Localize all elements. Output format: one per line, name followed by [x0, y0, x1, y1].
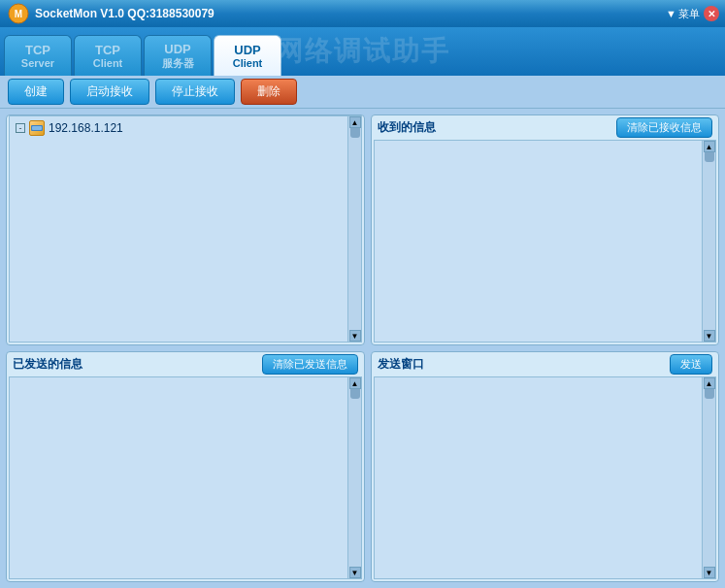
- send-window-scrollbar[interactable]: ▲ ▼: [702, 377, 715, 578]
- received-panel: 收到的信息 清除已接收信息 ▲ ▼: [371, 114, 719, 345]
- tree-item[interactable]: - 192.168.1.121: [10, 116, 361, 140]
- sent-scroll-up[interactable]: ▲: [349, 377, 361, 389]
- send-window-panel: 发送窗口 发送 ▲ ▼: [371, 351, 719, 582]
- received-scroll-up[interactable]: ▲: [704, 141, 715, 152]
- tab-tcp-server-bot: Server: [21, 57, 54, 69]
- close-button[interactable]: ✕: [704, 6, 719, 21]
- sent-panel-header: 已发送的信息 清除已发送信息: [7, 352, 364, 376]
- sent-scroll-down[interactable]: ▼: [349, 567, 361, 578]
- svg-rect-3: [32, 126, 42, 130]
- clear-received-button[interactable]: 清除已接收信息: [616, 117, 712, 138]
- menu-button[interactable]: ▼ 菜单: [666, 7, 700, 21]
- connections-scrollbar[interactable]: ▲ ▼: [347, 116, 361, 342]
- connection-icon: [29, 120, 45, 136]
- sent-content[interactable]: ▲ ▼: [9, 376, 362, 579]
- tree-expand-icon[interactable]: -: [16, 123, 25, 133]
- titlebar-controls: ▼ 菜单 ✕: [666, 6, 719, 21]
- create-button[interactable]: 创建: [8, 79, 64, 105]
- connections-content: - 192.168.1.121 ▲ ▼: [9, 115, 362, 343]
- ip-address: 192.168.1.121: [49, 121, 123, 135]
- scroll-up-arrow[interactable]: ▲: [349, 116, 361, 128]
- start-recv-button[interactable]: 启动接收: [70, 79, 149, 105]
- send-button[interactable]: 发送: [670, 354, 712, 375]
- scroll-down-arrow[interactable]: ▼: [349, 330, 361, 342]
- svg-text:M: M: [15, 9, 22, 19]
- toolbar: 创建 启动接收 停止接收 删除: [0, 76, 725, 109]
- tab-udp-client[interactable]: UDP Client: [214, 35, 281, 76]
- tab-udp-server-bot: 服务器: [162, 56, 194, 71]
- received-content[interactable]: ▲ ▼: [374, 140, 716, 343]
- sent-panel: 已发送的信息 清除已发送信息 ▲ ▼: [6, 351, 365, 582]
- received-panel-header: 收到的信息 清除已接收信息: [372, 115, 718, 140]
- tab-tcp-client-top: TCP: [95, 43, 120, 57]
- send-window-header: 发送窗口 发送: [372, 352, 718, 376]
- tab-udp-server[interactable]: UDP 服务器: [144, 35, 212, 76]
- stop-recv-button[interactable]: 停止接收: [155, 79, 235, 105]
- tab-tcp-client[interactable]: TCP Client: [74, 35, 142, 76]
- main-area: - 192.168.1.121 ▲ ▼ 收到的信息 清除已接收信息: [0, 109, 725, 588]
- app-title: SocketMon V1.0 QQ:3188530079: [35, 7, 214, 20]
- received-label: 收到的信息: [378, 119, 436, 136]
- app-logo: M: [8, 3, 29, 24]
- clear-sent-button[interactable]: 清除已发送信息: [262, 354, 358, 375]
- tab-udp-client-bot: Client: [233, 57, 263, 69]
- menu-label: 菜单: [678, 7, 700, 21]
- send-scroll-down[interactable]: ▼: [704, 567, 715, 578]
- send-window-content[interactable]: ▲ ▼: [374, 376, 716, 579]
- tab-tcp-server[interactable]: TCP Server: [4, 35, 72, 76]
- sent-scrollbar[interactable]: ▲ ▼: [347, 377, 361, 578]
- tab-udp-server-top: UDP: [164, 42, 190, 56]
- connections-panel: - 192.168.1.121 ▲ ▼: [6, 114, 365, 345]
- received-scroll-down[interactable]: ▼: [704, 330, 715, 342]
- sent-label: 已发送的信息: [13, 356, 82, 373]
- received-scrollbar[interactable]: ▲ ▼: [702, 141, 715, 342]
- send-scroll-up[interactable]: ▲: [704, 377, 715, 389]
- tab-tcp-server-top: TCP: [25, 43, 50, 57]
- delete-button[interactable]: 删除: [241, 79, 297, 105]
- tab-tcp-client-bot: Client: [93, 57, 123, 69]
- send-window-label: 发送窗口: [378, 356, 424, 373]
- menu-icon: ▼: [666, 8, 676, 19]
- tabbar: 网络调试助手 TCP Server TCP Client UDP 服务器 UDP…: [0, 27, 725, 76]
- tab-udp-client-top: UDP: [234, 43, 260, 57]
- titlebar: M SocketMon V1.0 QQ:3188530079 ▼ 菜单 ✕: [0, 0, 725, 27]
